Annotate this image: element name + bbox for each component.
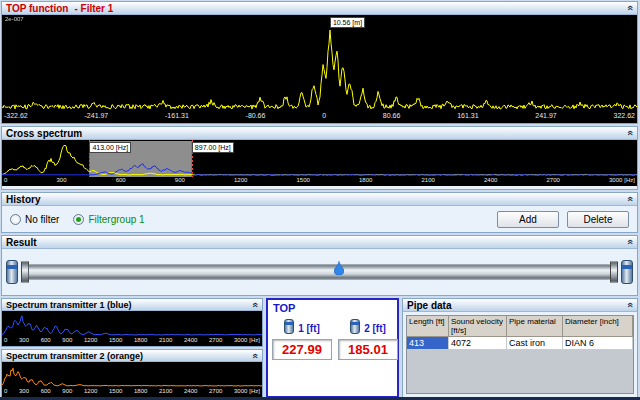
table-cell-sound-velocity[interactable]: 4072 bbox=[449, 337, 507, 350]
x-axis-ticks: 0 300 600 900 1200 1500 1800 2100 2400 2… bbox=[2, 337, 262, 346]
x-tick: 2100 bbox=[159, 337, 172, 343]
radio-icon-selected bbox=[73, 214, 84, 225]
x-tick: -322.62 bbox=[4, 112, 28, 119]
panel-title-top-function: TOP function bbox=[6, 3, 68, 14]
panel-header-spectrum-2: Spectrum transmitter 2 (orange) « bbox=[2, 350, 262, 362]
x-tick: 0 bbox=[4, 388, 7, 394]
history-options-row: No filter Filtergroup 1 Add Delete bbox=[2, 206, 637, 233]
x-tick: 600 bbox=[41, 388, 51, 394]
x-tick: 80.66 bbox=[383, 112, 401, 119]
transmitter-2-icon bbox=[621, 260, 633, 284]
x-tick: 2100 bbox=[159, 388, 172, 394]
transmitter-1-icon bbox=[284, 319, 294, 334]
transmitter-2-result: 2 [ft] 185.01 bbox=[338, 319, 398, 360]
x-tick: 3000 bbox=[609, 177, 622, 183]
panel-title-result: Result bbox=[6, 237, 37, 248]
x-tick: 1500 bbox=[109, 337, 122, 343]
panel-header-top-function: TOP function - Filter 1 « bbox=[2, 2, 637, 15]
x-tick: 3000 bbox=[234, 337, 247, 343]
distance-value-1: 227.99 bbox=[272, 339, 332, 360]
x-axis-unit: [Hz] bbox=[249, 388, 260, 394]
application-window: TOP function - Filter 1 « 2e-007 10.56 [… bbox=[0, 0, 640, 400]
collapse-icon[interactable]: « bbox=[625, 239, 635, 245]
x-tick: 1200 bbox=[84, 388, 97, 394]
pipe-data-table: Length [ft] Sound velocity [ft/s] Pipe m… bbox=[406, 315, 634, 394]
table-cell-diameter[interactable]: DIAN 6 bbox=[563, 337, 633, 350]
column-header-length: Length [ft] bbox=[407, 316, 449, 337]
panel-cross-spectrum: Cross spectrum « 413.00 [Hz] 897.00 [Hz]… bbox=[1, 126, 638, 190]
x-tick: 1800 bbox=[359, 177, 372, 183]
distance-value-2: 185.01 bbox=[338, 339, 398, 360]
table-cell-pipe-material[interactable]: Cast iron bbox=[507, 337, 563, 350]
leak-drop-icon bbox=[334, 261, 344, 279]
x-tick: 322.62 bbox=[614, 112, 635, 119]
collapse-icon[interactable]: « bbox=[250, 353, 260, 359]
x-tick: 1500 bbox=[296, 177, 309, 183]
x-tick: 1800 bbox=[134, 388, 147, 394]
spectrum-2-canvas bbox=[2, 362, 262, 388]
top-result-title: TOP bbox=[268, 300, 397, 315]
collapse-icon[interactable]: « bbox=[625, 5, 635, 11]
x-axis-ticks: 0 300 600 900 1200 1500 1800 2100 2400 2… bbox=[2, 177, 637, 186]
column-header-diameter: Diameter [inch] bbox=[563, 316, 633, 337]
panel-spectrum-2: Spectrum transmitter 2 (orange) « 0 300 … bbox=[1, 349, 263, 398]
panel-top-function: TOP function - Filter 1 « 2e-007 10.56 [… bbox=[1, 1, 638, 124]
panel-title-spectrum-1: Spectrum transmitter 1 (blue) bbox=[6, 300, 132, 310]
x-tick: -241.97 bbox=[85, 112, 109, 119]
collapse-icon[interactable]: « bbox=[625, 130, 635, 136]
x-tick: -80.66 bbox=[246, 112, 266, 119]
distance-label-2: 2 [ft] bbox=[364, 323, 386, 334]
collapse-icon[interactable]: « bbox=[250, 302, 260, 308]
active-filter-label: - Filter 1 bbox=[74, 3, 113, 14]
panel-title-cross-spectrum: Cross spectrum bbox=[6, 128, 82, 139]
x-tick: 2700 bbox=[546, 177, 559, 183]
filter-marker-right[interactable]: 897.00 [Hz] bbox=[192, 142, 234, 153]
table-empty-area bbox=[407, 350, 633, 393]
radio-label: No filter bbox=[25, 214, 59, 225]
panel-result: Result « bbox=[1, 235, 638, 296]
panel-header-result: Result « bbox=[2, 236, 637, 249]
x-axis-unit: [Hz] bbox=[624, 177, 635, 183]
y-axis-max-label: 2e-007 bbox=[5, 16, 24, 22]
x-tick: 1200 bbox=[234, 177, 247, 183]
x-axis-unit: [Hz] bbox=[249, 337, 260, 343]
x-tick: 1800 bbox=[134, 337, 147, 343]
x-tick: 1500 bbox=[109, 388, 122, 394]
add-button[interactable]: Add bbox=[497, 211, 559, 228]
radio-filtergroup-1[interactable]: Filtergroup 1 bbox=[73, 214, 144, 225]
panel-header-cross-spectrum: Cross spectrum « bbox=[2, 127, 637, 140]
distance-label-1: 1 [ft] bbox=[298, 323, 320, 334]
table-cell-length[interactable]: 413 bbox=[407, 337, 449, 350]
x-tick: 900 bbox=[175, 177, 185, 183]
pipe-flange-right bbox=[610, 262, 618, 283]
panel-header-spectrum-1: Spectrum transmitter 1 (blue) « bbox=[2, 299, 262, 311]
pipe-body bbox=[28, 265, 611, 280]
column-header-sound-velocity: Sound velocity [ft/s] bbox=[449, 316, 507, 337]
correlation-graph: 2e-007 10.56 [m] -322.62 -241.97 -161.31… bbox=[2, 15, 637, 123]
radio-no-filter[interactable]: No filter bbox=[10, 214, 59, 225]
transmitter-1-result: 1 [ft] 227.99 bbox=[272, 319, 332, 360]
radio-label: Filtergroup 1 bbox=[88, 214, 144, 225]
x-tick: 300 bbox=[19, 388, 29, 394]
x-tick: 3000 bbox=[234, 388, 247, 394]
x-tick: 2700 bbox=[209, 337, 222, 343]
x-tick: 2700 bbox=[209, 388, 222, 394]
x-tick: 2400 bbox=[184, 388, 197, 394]
collapse-icon[interactable]: « bbox=[625, 196, 635, 202]
panel-pipe-data: Pipe data « Length [ft] Sound velocity [… bbox=[402, 298, 638, 398]
delete-button[interactable]: Delete bbox=[567, 211, 629, 228]
transmitter-1-icon bbox=[6, 260, 18, 284]
x-tick: 161.31 bbox=[457, 112, 478, 119]
x-axis-ticks: 0 300 600 900 1200 1500 1800 2100 2400 2… bbox=[2, 388, 262, 397]
x-axis-ticks: -322.62 -241.97 -161.31 -80.66 0 80.66 1… bbox=[2, 111, 637, 123]
correlation-canvas[interactable] bbox=[2, 15, 637, 111]
filter-marker-left[interactable]: 413.00 [Hz] bbox=[89, 142, 131, 153]
x-tick: 0 bbox=[4, 337, 7, 343]
x-tick: 2400 bbox=[184, 337, 197, 343]
panel-title-spectrum-2: Spectrum transmitter 2 (orange) bbox=[6, 351, 143, 361]
pipe-graphic bbox=[2, 249, 637, 295]
collapse-icon[interactable]: « bbox=[625, 302, 635, 308]
x-tick: 900 bbox=[62, 388, 72, 394]
x-tick: 2100 bbox=[421, 177, 434, 183]
x-tick: 0 bbox=[322, 112, 326, 119]
